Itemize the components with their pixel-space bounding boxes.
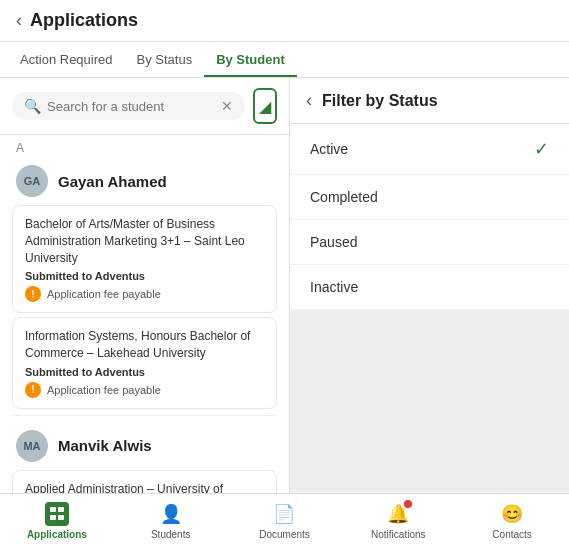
filter-option-paused[interactable]: Paused [290,220,569,265]
app-fee-2: ! Application fee payable [25,382,264,398]
fee-text-1: Application fee payable [47,288,161,300]
filter-option-completed[interactable]: Completed [290,175,569,220]
tab-by-student[interactable]: By Student [204,42,297,77]
search-input-wrap: 🔍 ✕ [12,92,245,120]
notifications-nav-icon: 🔔 [386,502,410,526]
search-icon: 🔍 [24,98,41,114]
tab-by-status[interactable]: By Status [125,42,205,77]
student-name-ma: Manvik Alwis [58,437,152,454]
bottom-nav: Applications 👤 Students 📄 Documents 🔔 No… [0,493,569,546]
app-card-2[interactable]: Information Systems, Honours Bachelor of… [12,317,277,409]
tab-bar: Action Required By Status By Student [0,42,569,78]
tab-action-required[interactable]: Action Required [8,42,125,77]
svg-rect-3 [58,507,64,512]
notification-dot [404,500,412,508]
filter-header: ‹ Filter by Status [290,78,569,124]
app-fee-1: ! Application fee payable [25,286,264,302]
svg-rect-5 [58,515,64,520]
student-name-ga: Gayan Ahamed [58,173,167,190]
right-panel: ‹ Filter by Status Active ✓ Completed Pa… [290,78,569,493]
app-status-1: Submitted to Adventus [25,270,264,282]
filter-option-active[interactable]: Active ✓ [290,124,569,175]
main-layout: 🔍 ✕ ◢ A [0,78,569,493]
app-title-3: Applied Administration – University of C… [25,481,264,493]
svg-rect-4 [50,515,56,520]
svg-rect-2 [50,507,56,512]
left-panel: 🔍 ✕ ◢ A [0,78,290,493]
nav-item-applications[interactable]: Applications [0,500,114,542]
clear-button[interactable]: ✕ [221,98,233,114]
contacts-nav-icon: 😊 [500,502,524,526]
nav-item-contacts[interactable]: 😊 Contacts [455,500,569,542]
section-letter-a: A [0,135,289,157]
filter-label-paused: Paused [310,234,357,250]
filter-label-inactive: Inactive [310,279,358,295]
nav-label-notifications: Notifications [371,529,425,540]
filter-icon: ◢ [259,97,271,116]
nav-item-documents[interactable]: 📄 Documents [228,500,342,542]
app-title-2: Information Systems, Honours Bachelor of… [25,328,264,362]
app-card-1[interactable]: Bachelor of Arts/Master of Business Admi… [12,205,277,313]
search-input[interactable] [47,99,215,114]
search-bar: 🔍 ✕ ◢ [0,78,289,135]
filter-empty-area [290,310,569,493]
app-header: ‹ Applications [0,0,569,42]
page-title: Applications [30,10,138,31]
avatar-ma: MA [16,430,48,462]
filter-option-inactive[interactable]: Inactive [290,265,569,310]
nav-label-contacts: Contacts [492,529,531,540]
back-button[interactable]: ‹ [16,10,22,31]
nav-label-documents: Documents [259,529,310,540]
student-row-ga: GA Gayan Ahamed [0,157,289,201]
check-icon-active: ✓ [534,138,549,160]
nav-label-students: Students [151,529,190,540]
nav-item-notifications[interactable]: 🔔 Notifications [341,500,455,542]
nav-item-students[interactable]: 👤 Students [114,500,228,542]
filter-label-completed: Completed [310,189,378,205]
students-nav-icon: 👤 [159,502,183,526]
documents-nav-icon: 📄 [272,502,296,526]
nav-label-applications: Applications [27,529,87,540]
filter-button[interactable]: ◢ [253,88,277,124]
filter-options-list: Active ✓ Completed Paused Inactive [290,124,569,310]
filter-label-active: Active [310,141,348,157]
filter-back-button[interactable]: ‹ [306,90,312,111]
fee-text-2: Application fee payable [47,384,161,396]
app-card-3[interactable]: Applied Administration – University of C… [12,470,277,493]
divider-1 [12,415,277,416]
app-status-2: Submitted to Adventus [25,366,264,378]
student-list: A GA Gayan Ahamed Bachelor of Arts/Maste… [0,135,289,493]
fee-icon-2: ! [25,382,41,398]
app-title-1: Bachelor of Arts/Master of Business Admi… [25,216,264,266]
fee-icon-1: ! [25,286,41,302]
student-row-ma: MA Manvik Alwis [0,422,289,466]
filter-panel-title: Filter by Status [322,92,438,110]
avatar-ga: GA [16,165,48,197]
applications-nav-icon [45,502,69,526]
